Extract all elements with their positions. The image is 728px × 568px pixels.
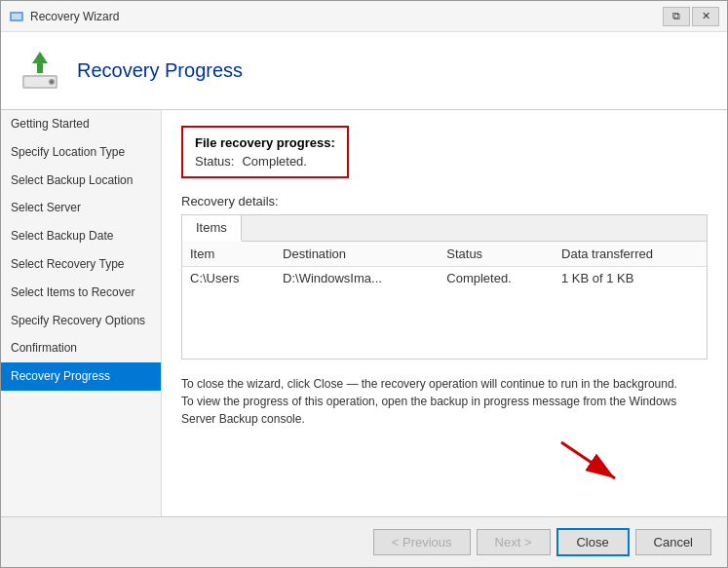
status-value: Completed. (242, 154, 306, 169)
next-button[interactable]: Next > (477, 529, 551, 555)
sidebar-item-backup-location[interactable]: Select Backup Location (1, 167, 161, 195)
cell-status: Completed. (439, 267, 554, 290)
sidebar-item-recovery-progress[interactable]: Recovery Progress (1, 362, 161, 391)
arrow-container (181, 437, 708, 486)
table-row: C:\Users D:\WindowsIma... Completed. 1 K… (182, 267, 707, 290)
info-text: To close the wizard, click Close — the r… (181, 375, 708, 428)
window-icon (9, 9, 24, 24)
col-destination: Destination (275, 242, 439, 267)
sidebar-item-items-to-recover[interactable]: Select Items to Recover (1, 279, 161, 307)
svg-point-5 (51, 80, 54, 83)
title-controls: ⧉ ✕ (663, 7, 719, 26)
status-row: Status: Completed. (195, 154, 335, 169)
cell-data-transferred: 1 KB of 1 KB (554, 267, 707, 290)
previous-button[interactable]: < Previous (373, 529, 471, 555)
col-status: Status (439, 242, 554, 267)
cancel-button[interactable]: Cancel (635, 529, 711, 555)
main-content: Getting Started Specify Location Type Se… (1, 110, 727, 516)
tab-items[interactable]: Items (182, 215, 242, 242)
window-close-button[interactable]: ✕ (692, 7, 719, 26)
content-area: File recovery progress: Status: Complete… (162, 110, 727, 516)
recovery-details-label: Recovery details: (181, 194, 708, 208)
restore-button[interactable]: ⧉ (663, 7, 690, 26)
svg-rect-1 (12, 14, 21, 19)
progress-box-label: File recovery progress: (195, 135, 335, 150)
col-data-transferred: Data transferred (554, 242, 707, 267)
cell-destination: D:\WindowsIma... (275, 267, 439, 290)
tabs-container: Items Item Destination Status Data trans… (181, 214, 708, 360)
window: Recovery Wizard ⧉ ✕ Recovery Progress Ge… (0, 0, 728, 568)
status-label: Status: (195, 154, 234, 169)
items-table: Item Destination Status Data transferred… (182, 242, 707, 289)
sidebar-item-confirmation[interactable]: Confirmation (1, 334, 161, 362)
page-title: Recovery Progress (77, 59, 243, 82)
close-button[interactable]: Close (556, 528, 630, 556)
wizard-icon (17, 48, 63, 95)
col-item: Item (182, 242, 275, 267)
sidebar-item-recovery-options[interactable]: Specify Recovery Options (1, 307, 161, 335)
sidebar-item-backup-date[interactable]: Select Backup Date (1, 222, 161, 250)
sidebar-item-recovery-type[interactable]: Select Recovery Type (1, 250, 161, 279)
progress-box: File recovery progress: Status: Complete… (181, 126, 349, 178)
cell-item: C:\Users (182, 267, 275, 290)
sidebar-item-server[interactable]: Select Server (1, 194, 161, 222)
svg-marker-6 (32, 52, 48, 73)
window-title: Recovery Wizard (30, 10, 663, 23)
header: Recovery Progress (1, 32, 727, 110)
sidebar-item-specify-location[interactable]: Specify Location Type (1, 138, 161, 167)
footer: < Previous Next > Close Cancel (1, 516, 727, 567)
sidebar-item-getting-started[interactable]: Getting Started (1, 110, 161, 138)
tabs-header: Items (182, 215, 707, 242)
close-arrow (552, 437, 630, 486)
sidebar: Getting Started Specify Location Type Se… (1, 110, 162, 516)
title-bar: Recovery Wizard ⧉ ✕ (1, 1, 727, 32)
table-wrapper: Item Destination Status Data transferred… (182, 242, 707, 359)
svg-line-8 (561, 442, 615, 478)
